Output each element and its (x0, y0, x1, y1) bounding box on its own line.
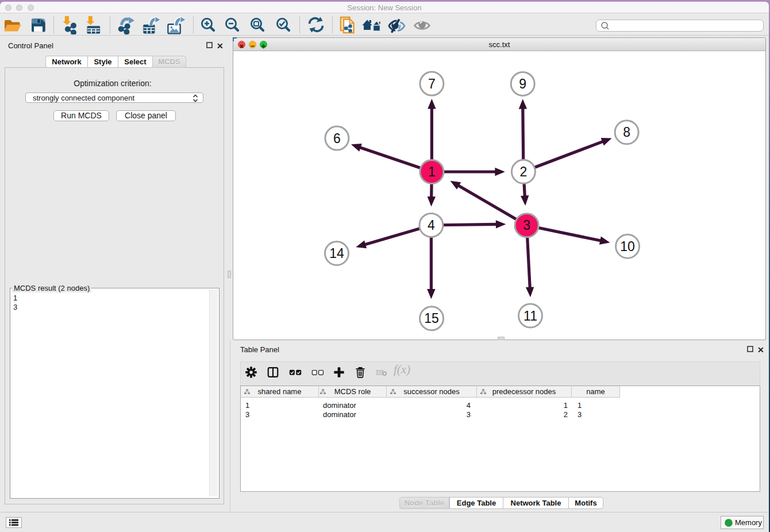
svg-text:9: 9 (519, 76, 526, 91)
svg-text:14: 14 (329, 246, 344, 261)
svg-text:2: 2 (520, 164, 528, 179)
svg-text:8: 8 (623, 125, 630, 140)
svg-text:15: 15 (424, 311, 439, 326)
svg-text:10: 10 (620, 239, 635, 254)
svg-text:1: 1 (428, 164, 436, 179)
svg-text:7: 7 (428, 76, 436, 91)
svg-text:6: 6 (333, 131, 341, 146)
svg-text:11: 11 (523, 309, 537, 323)
svg-text:3: 3 (523, 218, 530, 233)
svg-text:4: 4 (428, 218, 435, 233)
